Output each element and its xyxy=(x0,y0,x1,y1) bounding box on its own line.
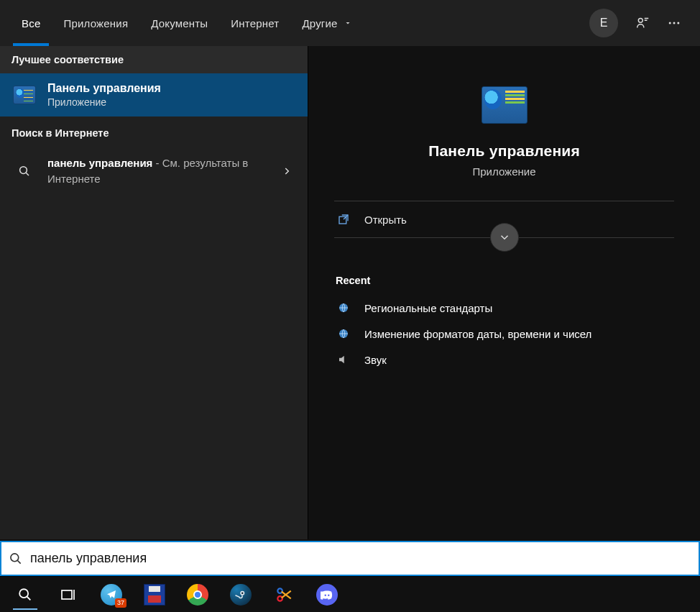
svg-point-9 xyxy=(19,589,28,598)
taskbar-steam[interactable] xyxy=(221,579,260,611)
taskbar-save-app[interactable] xyxy=(135,579,174,611)
globe-icon xyxy=(336,301,351,314)
preview-hero: Панель управления Приложение xyxy=(334,46,674,201)
expand-button[interactable] xyxy=(490,223,519,252)
tab-all[interactable]: Все xyxy=(10,0,52,46)
control-panel-icon xyxy=(482,86,528,124)
chevron-right-icon xyxy=(277,166,296,176)
recent-item-label: Региональные стандарты xyxy=(364,302,492,314)
recent-item[interactable]: Региональные стандарты xyxy=(334,295,674,321)
search-bar[interactable] xyxy=(0,541,700,576)
recent-item-label: Звук xyxy=(364,354,387,366)
taskbar-taskview[interactable] xyxy=(49,579,88,611)
user-avatar[interactable]: E xyxy=(589,9,618,37)
taskbar-snip[interactable] xyxy=(264,579,303,611)
svg-point-4 xyxy=(20,166,27,173)
preview-title: Панель управления xyxy=(428,142,580,160)
chevron-down-icon xyxy=(344,19,352,27)
tab-more-label: Другие xyxy=(302,17,337,29)
best-match-title: Панель управления xyxy=(47,82,161,95)
svg-rect-10 xyxy=(62,590,72,599)
recent-item[interactable]: Изменение форматов даты, времени и чисел xyxy=(334,321,674,347)
preview-pane: Панель управления Приложение Открыть Rec… xyxy=(308,46,700,539)
tab-documents[interactable]: Документы xyxy=(139,0,219,46)
globe-icon xyxy=(336,327,351,340)
svg-point-2 xyxy=(673,22,676,24)
control-panel-icon xyxy=(11,82,37,108)
taskbar-search[interactable] xyxy=(6,579,45,611)
best-match-text: Панель управления Приложение xyxy=(47,82,161,108)
svg-point-12 xyxy=(241,592,244,594)
best-match-header: Лучшее соответствие xyxy=(0,46,308,73)
svg-point-3 xyxy=(677,22,679,24)
open-icon xyxy=(336,213,351,226)
svg-point-8 xyxy=(11,553,19,561)
recent-header: Recent xyxy=(336,275,674,286)
search-icon xyxy=(11,165,37,178)
taskbar-chrome[interactable] xyxy=(178,579,217,611)
results-body: Лучшее соответствие Панель управления Пр… xyxy=(0,46,700,539)
preview-subtitle: Приложение xyxy=(473,165,536,178)
web-search-header: Поиск в Интернете xyxy=(0,119,308,147)
recent-item-label: Изменение форматов даты, времени и чисел xyxy=(364,328,591,340)
taskbar-discord[interactable] xyxy=(308,579,346,611)
svg-point-15 xyxy=(325,594,326,595)
tab-web[interactable]: Интернет xyxy=(219,0,290,46)
scissors-icon xyxy=(275,585,293,604)
best-match-subtitle: Приложение xyxy=(47,96,161,108)
svg-point-16 xyxy=(328,594,329,595)
speaker-icon xyxy=(336,353,351,366)
best-match-result[interactable]: Панель управления Приложение xyxy=(0,73,308,117)
tab-more[interactable]: Другие xyxy=(290,0,363,46)
search-panel: Все Приложения Документы Интернет Другие… xyxy=(0,0,700,539)
taskbar-telegram[interactable]: 37 xyxy=(92,579,131,611)
web-result-text: панель управления - См. результаты в Инт… xyxy=(47,155,267,187)
tab-apps[interactable]: Приложения xyxy=(52,0,139,46)
web-result[interactable]: панель управления - См. результаты в Инт… xyxy=(0,147,308,196)
web-result-query: панель управления xyxy=(47,157,152,169)
chrome-icon xyxy=(187,584,208,606)
open-label: Открыть xyxy=(364,214,407,226)
filter-tabs: Все Приложения Документы Интернет Другие… xyxy=(0,0,700,46)
search-icon xyxy=(9,552,23,566)
search-input[interactable] xyxy=(30,551,691,566)
steam-icon xyxy=(230,584,252,606)
expand-row xyxy=(334,237,674,266)
recent-item[interactable]: Звук xyxy=(334,347,674,373)
floppy-icon xyxy=(144,584,165,606)
results-list: Лучшее соответствие Панель управления Пр… xyxy=(0,46,308,539)
svg-point-0 xyxy=(638,18,643,22)
discord-icon xyxy=(316,584,338,606)
taskbar: 37 xyxy=(0,576,700,612)
more-options-icon[interactable] xyxy=(658,7,690,39)
feedback-icon[interactable] xyxy=(627,7,658,39)
svg-point-1 xyxy=(669,22,671,24)
telegram-badge: 37 xyxy=(115,598,126,608)
